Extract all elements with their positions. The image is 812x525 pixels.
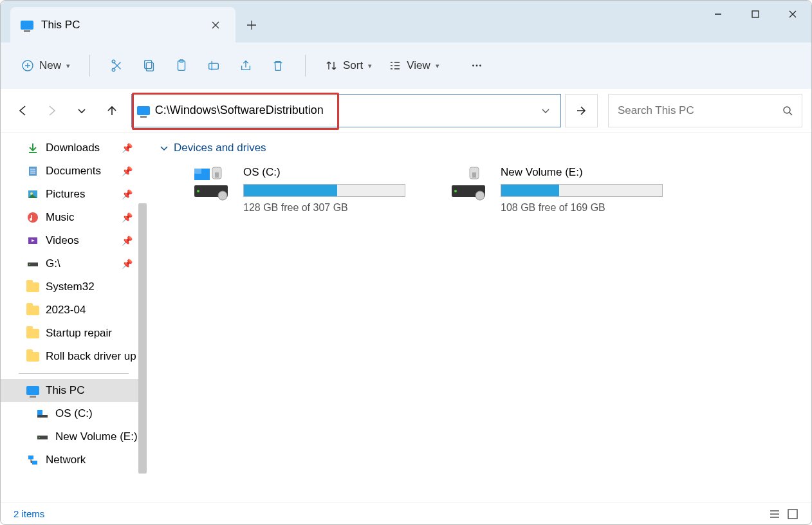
- download-icon: [26, 142, 39, 154]
- drive-usage-bar: [501, 184, 663, 197]
- drive-name: New Volume (E:): [501, 166, 668, 179]
- sidebar-item-network[interactable]: Network: [1, 448, 147, 472]
- address-history-button[interactable]: [536, 106, 555, 115]
- up-button[interactable]: [99, 97, 125, 125]
- sidebar-item-pictures[interactable]: Pictures📌: [1, 183, 147, 206]
- item-count: 2 items: [14, 508, 44, 519]
- share-button[interactable]: [232, 51, 260, 80]
- more-button[interactable]: [463, 51, 491, 80]
- svg-rect-22: [37, 415, 48, 418]
- svg-point-9: [472, 65, 474, 67]
- tab-close-button[interactable]: [206, 15, 225, 35]
- svg-point-20: [29, 264, 30, 265]
- drive-fill: [244, 185, 337, 196]
- sidebar-label: OS (C:): [55, 407, 93, 420]
- sidebar-item-system32[interactable]: System32: [1, 275, 147, 299]
- scrollbar[interactable]: [138, 203, 147, 474]
- window-controls: [699, 1, 811, 28]
- back-button[interactable]: [10, 97, 35, 125]
- drive-icon: [449, 166, 490, 201]
- maximize-button[interactable]: [737, 1, 774, 28]
- pictures-icon: [26, 188, 39, 201]
- sidebar-label: Network: [46, 454, 86, 466]
- sidebar-label: G:\: [46, 257, 60, 270]
- svg-rect-0: [752, 11, 759, 17]
- cut-button[interactable]: [103, 51, 131, 80]
- monitor-icon: [137, 106, 150, 115]
- monitor-icon: [21, 21, 33, 30]
- sort-label: Sort: [343, 59, 363, 72]
- sidebar-item-videos[interactable]: Videos📌: [1, 229, 147, 252]
- videos-icon: [26, 234, 39, 247]
- chevron-down-icon: ▾: [436, 62, 439, 70]
- music-icon: [26, 211, 39, 224]
- sidebar-item-os-c[interactable]: OS (C:): [1, 402, 147, 425]
- sidebar-item-downloads[interactable]: Downloads📌: [1, 136, 147, 160]
- search-icon: [782, 106, 793, 116]
- sidebar-label: 2023-04: [46, 304, 86, 317]
- sidebar-item-music[interactable]: Music📌: [1, 206, 147, 229]
- sidebar-item-roll-back[interactable]: Roll back driver up: [1, 345, 147, 368]
- forward-button[interactable]: [39, 97, 65, 125]
- delete-button[interactable]: [264, 51, 292, 80]
- tab-title: This PC: [41, 19, 198, 32]
- new-button[interactable]: New ▾: [15, 51, 77, 80]
- folder-icon: [26, 352, 39, 362]
- document-icon: [26, 165, 39, 178]
- svg-point-33: [218, 191, 227, 200]
- svg-rect-25: [28, 456, 33, 459]
- drive-os-c[interactable]: OS (C:) 128 GB free of 307 GB: [192, 166, 411, 214]
- folder-icon: [26, 329, 39, 338]
- sidebar-item-2023-04[interactable]: 2023-04: [1, 299, 147, 322]
- tiles-view-button[interactable]: [787, 508, 798, 520]
- rename-button[interactable]: [199, 51, 228, 80]
- svg-point-12: [784, 107, 790, 113]
- drive-fill: [501, 185, 559, 196]
- folder-icon: [26, 306, 39, 315]
- svg-point-17: [30, 218, 32, 221]
- sidebar-label: Videos: [46, 234, 79, 247]
- go-button[interactable]: [565, 94, 598, 127]
- chevron-down-icon: [160, 143, 169, 152]
- sidebar-item-new-volume[interactable]: New Volume (E:): [1, 425, 147, 448]
- search-input[interactable]: [618, 104, 782, 117]
- drive-icon: [36, 409, 49, 419]
- drive-free-text: 128 GB free of 307 GB: [243, 202, 411, 214]
- toolbar: New ▾ Sort ▾ View ▾: [1, 42, 811, 89]
- minimize-button[interactable]: [699, 1, 737, 28]
- svg-rect-4: [146, 62, 153, 71]
- separator: [305, 55, 306, 77]
- section-devices-drives[interactable]: Devices and drives: [160, 142, 798, 154]
- paste-button[interactable]: [167, 51, 196, 80]
- separator: [89, 55, 90, 77]
- close-button[interactable]: [774, 1, 811, 28]
- pin-icon: 📌: [122, 259, 133, 269]
- drive-new-volume[interactable]: New Volume (E:) 108 GB free of 169 GB: [449, 166, 668, 214]
- sidebar-item-startup-repair[interactable]: Startup repair: [1, 322, 147, 345]
- statusbar: 2 items: [1, 502, 811, 524]
- section-title: Devices and drives: [174, 142, 266, 154]
- recent-locations-button[interactable]: [69, 97, 95, 125]
- svg-point-3: [112, 60, 115, 63]
- address-bar[interactable]: [131, 94, 561, 127]
- new-tab-button[interactable]: [235, 7, 268, 42]
- sidebar-item-documents[interactable]: Documents📌: [1, 160, 147, 183]
- svg-rect-21: [37, 410, 42, 415]
- navbar: [1, 89, 811, 133]
- chevron-down-icon: ▾: [66, 62, 70, 70]
- sidebar-label: Downloads: [46, 142, 100, 154]
- details-view-button[interactable]: [769, 508, 780, 520]
- address-input[interactable]: [155, 104, 531, 117]
- sidebar-item-g-drive[interactable]: G:\📌: [1, 252, 147, 275]
- copy-button[interactable]: [135, 51, 163, 80]
- sort-button[interactable]: Sort ▾: [318, 51, 378, 80]
- view-button[interactable]: View ▾: [382, 51, 446, 80]
- sidebar-label: Roll back driver up: [46, 350, 136, 363]
- search-box[interactable]: [608, 94, 802, 127]
- view-label: View: [407, 59, 430, 72]
- sidebar-item-this-pc[interactable]: This PC: [1, 379, 147, 402]
- tab-this-pc[interactable]: This PC: [10, 7, 235, 42]
- svg-point-24: [39, 437, 40, 438]
- svg-point-32: [197, 190, 199, 192]
- svg-point-11: [479, 65, 481, 67]
